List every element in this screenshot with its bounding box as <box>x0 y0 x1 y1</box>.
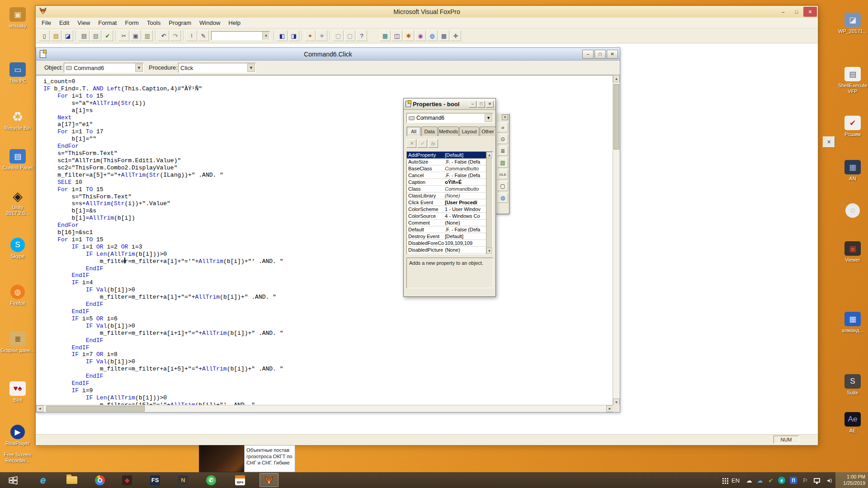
grid-scrollbar[interactable]: ▲ ▼ <box>486 152 492 254</box>
hyperlink-control-icon[interactable]: ◍ <box>497 193 508 203</box>
run-button[interactable]: ! <box>186 30 197 41</box>
ie-icon[interactable]: e <box>33 473 52 487</box>
web-button[interactable]: ◍ <box>427 30 438 41</box>
desktop-icon-grapsie[interactable]: ≣Grapsie данн... <box>0 332 35 353</box>
maximize-button[interactable]: □ <box>594 50 606 59</box>
layout-button[interactable]: ▩ <box>439 30 449 41</box>
close-button[interactable]: ✕ <box>803 7 817 17</box>
browse-button[interactable]: ◫ <box>392 30 402 41</box>
redo-button[interactable]: ↷ <box>170 30 181 41</box>
foxpro-taskbar-icon[interactable] <box>259 473 278 487</box>
property-row[interactable]: ClassLibrary(None) <box>407 192 486 199</box>
tab-data[interactable]: Data <box>421 127 438 136</box>
desktop-icon-recycle-bin[interactable]: ♻Recycle Bin <box>0 109 35 131</box>
close-button[interactable]: ✕ <box>486 101 494 108</box>
chevron-down-icon[interactable]: ▼ <box>135 64 143 72</box>
eset-icon[interactable]: e <box>777 476 787 485</box>
form-designer-button[interactable]: ✦ <box>305 30 316 41</box>
menu-file[interactable]: File <box>38 18 55 28</box>
tab-other[interactable]: Other <box>480 127 496 136</box>
main-titlebar[interactable]: Microsoft Visual FoxPro –□✕ <box>36 6 818 18</box>
dark-app-icon[interactable]: ◆ <box>118 473 137 487</box>
property-row[interactable]: Cancel.F. - False (Defa <box>407 172 486 179</box>
color-palette-button[interactable]: ◉ <box>415 30 426 41</box>
menu-window[interactable]: Window <box>195 18 224 28</box>
network-icon[interactable] <box>812 476 822 485</box>
desktop-icon-wp-photo[interactable]: ◪WP_20171... <box>835 13 868 34</box>
desktop-icon-an-app[interactable]: ▦AN <box>835 160 868 182</box>
property-row[interactable]: CaptionoŸïñ»É <box>407 179 486 186</box>
chrome-icon[interactable] <box>90 473 109 487</box>
menu-format[interactable]: Format <box>94 18 121 28</box>
open-button[interactable]: ▨ <box>51 30 61 41</box>
desktop-icon-almand[interactable]: ▦алманд... <box>835 312 868 333</box>
property-row[interactable]: DisabledForeCo109,109,109 <box>407 240 486 247</box>
scroll-up-icon[interactable]: ▲ <box>613 75 620 82</box>
tab-layout[interactable]: Layout <box>459 127 479 136</box>
minimize-button[interactable]: – <box>776 7 790 17</box>
property-row[interactable]: DisabledPicture(None) <box>407 247 486 253</box>
expression-builder-button[interactable]: fx <box>428 139 438 148</box>
desktop-icon-blot[interactable]: ♥♠Blot <box>0 381 35 403</box>
new-button[interactable]: ▯ <box>39 30 50 41</box>
language-indicator[interactable]: EN <box>731 476 741 485</box>
undo-button[interactable]: ↶ <box>158 30 169 41</box>
table-designer-button[interactable]: ▦ <box>380 30 391 41</box>
property-row[interactable]: Comment(None) <box>407 220 486 226</box>
code-window-titlebar[interactable]: Command6.Click –□✕ <box>36 48 620 61</box>
command-window-button[interactable]: ◧ <box>277 30 288 41</box>
property-row[interactable]: ColorSource4 - Windows Co <box>407 213 486 220</box>
usb-eject-icon[interactable]: ✔ <box>766 476 776 485</box>
help-button[interactable]: ? <box>356 30 367 41</box>
menu-tools[interactable]: Tools <box>143 18 165 28</box>
cancel-property-button[interactable]: ✕ <box>406 139 416 148</box>
clock[interactable]: 1:00 PM 1/25/2019 <box>843 474 865 486</box>
menu-program[interactable]: Program <box>165 18 195 28</box>
menu-help[interactable]: Help <box>224 18 245 28</box>
property-row[interactable]: Click Event[User Procedi <box>407 199 486 206</box>
object-combo[interactable]: Command6 ▼ <box>64 63 144 73</box>
file-explorer-icon[interactable] <box>62 473 81 487</box>
object-selector-combo[interactable]: Command6 ▼ <box>406 113 493 123</box>
property-row[interactable]: AddProperty[Default] <box>407 152 486 159</box>
print-button[interactable]: ▤ <box>79 30 90 41</box>
desktop-icon-vmisaky[interactable]: ▣vmisaky <box>0 7 35 29</box>
property-row[interactable]: BaseClassCommandbutto <box>407 165 486 172</box>
desktop-icon-free-screen-recorder[interactable]: Free Screen Recorder... <box>0 452 35 464</box>
desktop-icon-viewer[interactable]: ▣Viewer <box>835 241 868 263</box>
volume-icon[interactable]: ◄) <box>824 476 834 485</box>
tab-methods[interactable]: Methods <box>438 127 459 136</box>
punto-icon[interactable]: П <box>788 476 798 485</box>
desktop-icon-firefox[interactable]: ◍Firefox <box>0 285 35 306</box>
whatsapp-icon[interactable]: ✆ <box>202 473 221 487</box>
maximize-button[interactable]: □ <box>477 101 485 108</box>
designer-button[interactable]: ✚ <box>450 30 461 41</box>
properties-titlebar[interactable]: Properties - bool –□✕ <box>404 99 495 110</box>
desktop-icon-suite[interactable]: SSuite <box>835 374 868 396</box>
copy-button[interactable]: ▣ <box>130 30 141 41</box>
code-editor-area[interactable]: i_count=0IF b_Find=.T. AND Left(This.Cap… <box>36 75 613 406</box>
listbox-control-icon[interactable]: ≣ <box>497 146 508 156</box>
horizontal-scrollbar[interactable]: ◄ ► <box>36 405 613 412</box>
cloud-icon[interactable]: ☁ <box>744 476 754 485</box>
builder-button[interactable]: ▢ <box>344 30 355 41</box>
minimize-button[interactable]: – <box>582 50 594 59</box>
print-preview-button[interactable]: ▧ <box>90 30 101 41</box>
chevron-down-icon[interactable]: ▼ <box>485 114 492 122</box>
property-row[interactable]: ColorScheme1 - User Windov <box>407 206 486 213</box>
procedure-combo[interactable]: Click ▼ <box>178 63 256 73</box>
floating-close-button[interactable]: ✕ <box>823 136 835 148</box>
accept-property-button[interactable]: ✓ <box>417 139 427 148</box>
property-row[interactable]: Destroy Event[Default] <box>407 233 486 240</box>
scroll-up-icon[interactable]: ▲ <box>486 152 492 158</box>
chevron-down-icon[interactable]: ▼ <box>247 64 255 72</box>
modify-form-button[interactable]: ✎ <box>198 30 209 41</box>
optiongroup-control-icon[interactable]: ⊙ <box>497 134 508 144</box>
start-button[interactable] <box>4 473 23 487</box>
property-row[interactable]: Default.F. - False (Defa <box>407 226 486 233</box>
desktop-icon-control-panel[interactable]: ▤Control Panel <box>0 149 35 171</box>
minimize-button[interactable]: – <box>469 101 476 108</box>
notification-text-box[interactable]: Объектные поставгрозотроса ОКГТ поСНГ и … <box>244 445 295 472</box>
desktop-icon-magnifier[interactable]: ◌ <box>835 203 868 219</box>
image-control-icon[interactable]: ▨ <box>497 158 508 168</box>
